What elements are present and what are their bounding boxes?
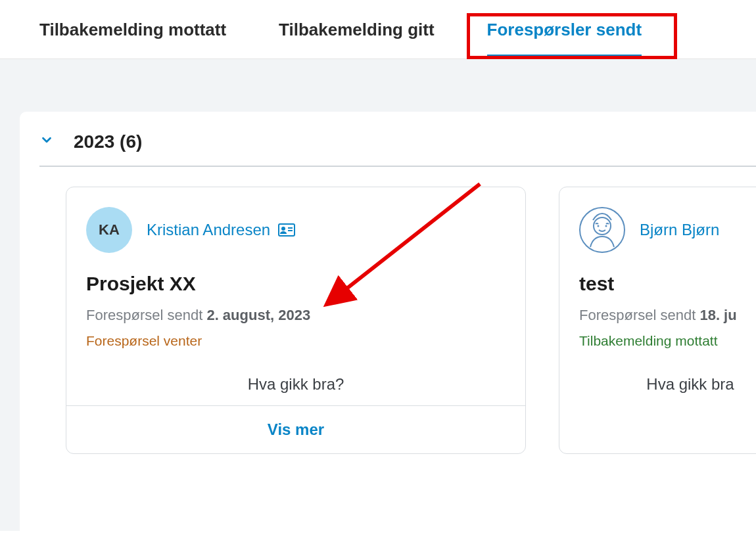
card-footer: Vis mer [66,405,525,453]
svg-point-5 [598,225,600,227]
status-badge: Forespørsel venter [86,333,506,349]
request-card[interactable]: KA Kristian Andresen [66,187,526,454]
person-name-text: Kristian Andresen [147,221,270,239]
card-question: Hva gikk bra? [66,355,525,405]
avatar [579,207,625,253]
avatar: KA [86,207,132,253]
id-card-icon [278,223,295,237]
sent-prefix: Forespørsel sendt [86,307,206,323]
card-body: Prosjekt XX Forespørsel sendt 2. august,… [66,260,525,355]
section-title: 2023 (6) [74,131,142,152]
svg-point-6 [605,225,607,227]
svg-point-4 [594,217,611,235]
card-title: Prosjekt XX [86,273,506,295]
status-badge: Tilbakemelding mottatt [579,333,756,349]
chevron-down-icon[interactable] [39,133,54,151]
section-panel: 2023 (6) KA Kristian Andresen [20,112,756,531]
tab-requests-sent[interactable]: Forespørsler sendt [487,20,642,45]
card-question: Hva gikk bra [559,355,756,405]
sent-date-line: Forespørsel sendt 2. august, 2023 [86,307,506,324]
card-title: test [579,273,756,295]
tab-feedback-received[interactable]: Tilbakemelding mottatt [39,20,226,45]
person-name-link[interactable]: Bjørn Bjørn [640,221,719,239]
show-more-link[interactable]: Vis mer [268,420,324,438]
sent-date: 18. ju [699,307,736,323]
sent-date-line: Forespørsel sendt 18. ju [579,307,756,324]
person-name-text: Bjørn Bjørn [640,221,719,239]
content-area: 2023 (6) KA Kristian Andresen [0,59,756,531]
svg-point-1 [281,227,285,231]
sent-date: 2. august, 2023 [206,307,310,323]
tab-feedback-given[interactable]: Tilbakemelding gitt [279,20,434,45]
request-card[interactable]: Bjørn Bjørn test Forespørsel sendt 18. j… [559,187,756,454]
card-body: test Forespørsel sendt 18. ju Tilbakemel… [559,260,756,355]
section-header[interactable]: 2023 (6) [39,112,756,167]
cards-row: KA Kristian Andresen [39,167,756,454]
card-header: Bjørn Bjørn [559,187,756,260]
person-name-link[interactable]: Kristian Andresen [147,221,295,239]
tabs-bar: Tilbakemelding mottatt Tilbakemelding gi… [0,0,756,59]
card-header: KA Kristian Andresen [66,187,525,260]
sent-prefix: Forespørsel sendt [579,307,699,323]
